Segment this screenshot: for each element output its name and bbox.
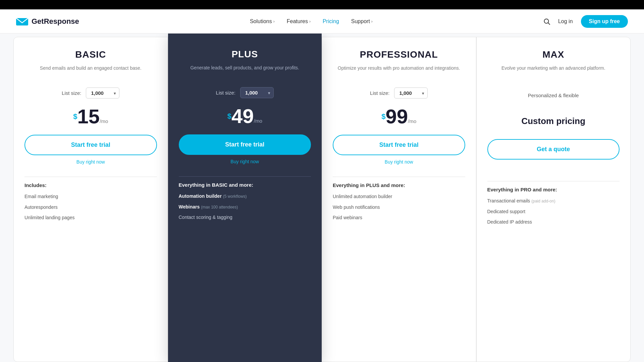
plan-basic-amount: 15 xyxy=(77,107,100,127)
pricing-section: BASIC Send emails and build an engaged c… xyxy=(0,34,644,362)
search-button[interactable] xyxy=(543,18,550,25)
plan-max-personalized-label: Personalized & flexible xyxy=(528,93,579,98)
plan-plus-feature-2: Webinars (max 100 attendees) xyxy=(179,204,311,210)
plan-professional-features-title: Everything in PLUS and more: xyxy=(333,182,465,188)
plan-basic-feature-2: Autoresponders xyxy=(24,204,157,211)
plan-professional-list-size-label: List size: xyxy=(370,90,389,96)
plan-professional-price-row: $ 99 /mo xyxy=(333,107,465,127)
plan-basic-desc: Send emails and build an engaged contact… xyxy=(24,65,157,81)
plan-professional-list-size-select[interactable]: 1,000 2,500 5,000 10,000 xyxy=(394,87,428,99)
plan-max-features-title: Everything in PRO and more: xyxy=(487,187,620,192)
plan-plus-amount: 49 xyxy=(231,106,254,126)
plan-basic-dollar: $ xyxy=(73,112,77,122)
plan-max-desc: Evolve your marketing with an advanced p… xyxy=(487,65,620,81)
plan-max-title: MAX xyxy=(487,49,620,60)
plan-max-custom-pricing: Custom pricing xyxy=(521,116,585,126)
login-button[interactable]: Log in xyxy=(558,18,573,24)
plan-basic-cta[interactable]: Start free trial xyxy=(24,135,157,155)
nav-support[interactable]: Support › xyxy=(351,18,373,24)
nav-solutions[interactable]: Solutions › xyxy=(250,18,275,24)
plan-basic-price-row: $ 15 /mo xyxy=(24,107,157,127)
navbar-right: Log in Sign up free xyxy=(543,15,628,28)
plan-professional-feature-2: Web push notifications xyxy=(333,204,465,211)
plan-plus-feature-3: Contact scoring & tagging xyxy=(179,214,311,221)
plan-plus-per-mo: /mo xyxy=(254,118,262,124)
chevron-icon: › xyxy=(309,19,311,24)
plan-professional-feature-3: Paid webinars xyxy=(333,215,465,221)
plan-plus-list-size-select[interactable]: 1,000 2,500 5,000 10,000 xyxy=(240,87,274,98)
plan-plus-list-size-row: List size: 1,000 2,500 5,000 10,000 xyxy=(179,87,311,98)
plans-container: BASIC Send emails and build an engaged c… xyxy=(0,37,644,362)
chevron-icon: › xyxy=(273,19,275,24)
plan-max-divider xyxy=(487,181,620,181)
nav-pricing[interactable]: Pricing xyxy=(323,18,339,24)
plan-professional-per-mo: /mo xyxy=(408,118,416,124)
top-bar xyxy=(0,0,644,9)
plan-plus: PLUS Generate leads, sell products, and … xyxy=(168,34,322,362)
signup-button[interactable]: Sign up free xyxy=(581,15,628,28)
plan-professional-divider xyxy=(333,177,465,177)
plan-basic-features-title: Includes: xyxy=(24,182,157,188)
plan-professional-dollar: $ xyxy=(381,112,385,122)
plan-plus-title: PLUS xyxy=(179,49,311,60)
plan-plus-features-title: Everything in BASIC and more: xyxy=(179,182,311,188)
plan-basic-divider xyxy=(24,177,157,177)
plan-basic-list-size-label: List size: xyxy=(62,90,81,96)
plan-plus-list-size-label: List size: xyxy=(216,90,235,96)
plan-plus-buy-now[interactable]: Buy right now xyxy=(179,159,311,164)
plan-max-cta[interactable]: Get a quote xyxy=(487,139,620,160)
navbar: GetResponse Solutions › Features › Prici… xyxy=(0,9,644,34)
plan-plus-desc: Generate leads, sell products, and grow … xyxy=(179,64,311,80)
plan-basic-title: BASIC xyxy=(24,49,157,60)
search-icon xyxy=(543,18,550,25)
plan-basic: BASIC Send emails and build an engaged c… xyxy=(13,37,168,362)
plan-plus-dollar: $ xyxy=(227,111,231,122)
plan-plus-list-size-wrapper: 1,000 2,500 5,000 10,000 xyxy=(240,87,274,98)
plan-professional-list-size-wrapper: 1,000 2,500 5,000 10,000 xyxy=(394,87,428,99)
plan-basic-per-mo: /mo xyxy=(100,118,108,124)
plan-professional: PROFESSIONAL Optimize your results with … xyxy=(322,37,476,362)
nav-links: Solutions › Features › Pricing Support › xyxy=(250,18,373,24)
plan-max-spacer xyxy=(487,164,620,176)
plan-basic-feature-3: Unlimited landing pages xyxy=(24,215,157,221)
plan-professional-desc: Optimize your results with pro automatio… xyxy=(333,65,465,81)
plan-professional-cta[interactable]: Start free trial xyxy=(333,135,465,155)
plan-max-price-row: Custom pricing xyxy=(487,111,620,131)
plan-max-feature-3: Dedicated IP address xyxy=(487,219,620,226)
logo-icon xyxy=(16,17,28,26)
svg-line-2 xyxy=(548,23,550,24)
plan-professional-buy-now[interactable]: Buy right now xyxy=(333,159,465,165)
plan-basic-list-size-row: List size: 1,000 2,500 5,000 10,000 xyxy=(24,87,157,99)
plan-basic-list-size-select[interactable]: 1,000 2,500 5,000 10,000 xyxy=(86,87,119,99)
plan-basic-list-size-wrapper: 1,000 2,500 5,000 10,000 xyxy=(86,87,119,99)
logo-link[interactable]: GetResponse xyxy=(16,17,79,26)
logo-text: GetResponse xyxy=(32,17,79,26)
plan-professional-feature-1: Unlimited automation builder xyxy=(333,193,465,200)
nav-features[interactable]: Features › xyxy=(287,18,311,24)
plan-basic-buy-now[interactable]: Buy right now xyxy=(24,159,157,165)
chevron-icon: › xyxy=(371,19,373,24)
plan-professional-amount: 99 xyxy=(385,107,408,127)
plan-plus-cta[interactable]: Start free trial xyxy=(179,134,311,155)
plan-max-feature-1: Transactional emails (paid add-on) xyxy=(487,198,620,204)
plan-professional-list-size-row: List size: 1,000 2,500 5,000 10,000 xyxy=(333,87,465,99)
plan-max-personalized-row: Personalized & flexible xyxy=(487,87,620,103)
plan-plus-price-row: $ 49 /mo xyxy=(179,106,311,126)
plan-basic-feature-1: Email marketing xyxy=(24,193,157,200)
plan-max-feature-2: Dedicated support xyxy=(487,208,620,215)
plan-professional-title: PROFESSIONAL xyxy=(333,49,465,60)
plan-max: MAX Evolve your marketing with an advanc… xyxy=(476,37,631,362)
plan-plus-feature-1: Automation builder (5 workflows) xyxy=(179,193,311,200)
plan-plus-divider xyxy=(179,176,311,177)
